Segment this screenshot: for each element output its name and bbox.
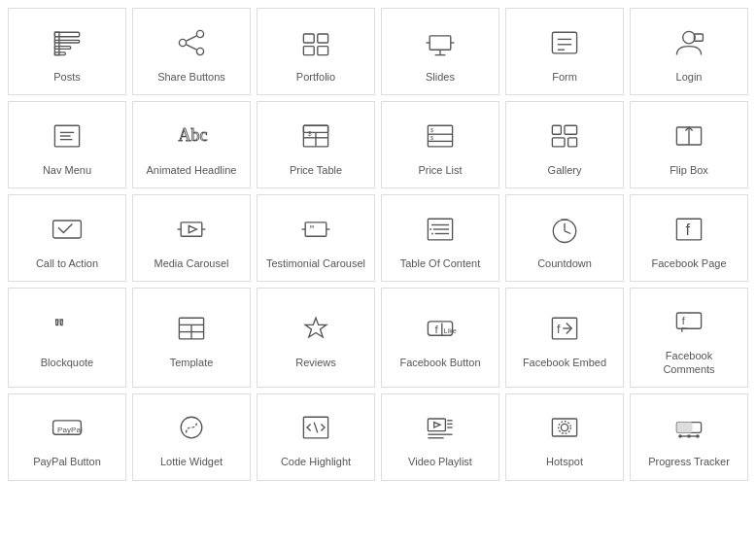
svg-text:$: $ — [430, 134, 433, 140]
svg-text:f: f — [435, 323, 439, 335]
svg-point-100 — [696, 435, 700, 439]
widget-item-blockquote[interactable]: "Blockquote — [8, 288, 126, 388]
widget-item-facebook-comments[interactable]: fFacebook Comments — [630, 288, 748, 388]
svg-text:PayPal: PayPal — [57, 426, 83, 434]
template-icon — [172, 309, 211, 348]
facebook-page-label: Facebook Page — [651, 256, 726, 270]
media-carousel-icon — [172, 210, 211, 249]
blockquote-label: Blockquote — [41, 356, 93, 369]
portfolio-label: Portfolio — [296, 70, 335, 84]
login-label: Login — [676, 70, 703, 84]
widget-item-login[interactable]: Login — [630, 8, 748, 95]
widget-item-facebook-embed[interactable]: fFacebook Embed — [505, 288, 624, 388]
svg-point-6 — [179, 39, 186, 46]
svg-text:Like: Like — [444, 326, 457, 335]
portfolio-icon — [296, 23, 335, 62]
svg-rect-96 — [676, 423, 692, 433]
slides-label: Slides — [426, 70, 455, 84]
svg-point-82 — [181, 418, 202, 439]
animated-headline-icon: Abc — [172, 117, 211, 155]
video-playlist-icon — [421, 408, 460, 447]
widget-item-media-carousel[interactable]: Media Carousel — [132, 194, 251, 282]
widget-item-progress-tracker[interactable]: Progress Tracker — [630, 393, 748, 481]
widget-item-hotspot[interactable]: Hotspot — [505, 393, 624, 481]
slides-icon — [421, 23, 460, 62]
widget-item-nav-menu[interactable]: Nav Menu — [8, 101, 126, 188]
svg-rect-41 — [568, 138, 577, 147]
widget-item-template[interactable]: Template — [132, 288, 251, 388]
widget-item-price-table[interactable]: $Price Table — [257, 101, 375, 188]
template-label: Template — [170, 356, 214, 369]
widget-item-form[interactable]: Form — [505, 8, 624, 95]
svg-text:f: f — [682, 315, 686, 326]
login-icon — [670, 23, 708, 62]
svg-line-61 — [565, 231, 570, 234]
progress-tracker-label: Progress Tracker — [648, 455, 730, 468]
svg-point-93 — [561, 425, 567, 431]
widget-item-reviews[interactable]: Reviews — [257, 288, 375, 388]
svg-line-84 — [314, 423, 318, 433]
widget-item-posts[interactable]: Posts — [8, 8, 126, 95]
animated-headline-label: Animated Headline — [147, 163, 237, 177]
svg-rect-45 — [181, 222, 202, 236]
widget-item-call-to-action[interactable]: Call to Action — [8, 194, 126, 282]
video-playlist-label: Video Playlist — [408, 455, 472, 468]
countdown-icon — [545, 210, 584, 249]
svg-point-5 — [196, 30, 203, 37]
widget-item-share-buttons[interactable]: Share Buttons — [132, 8, 251, 95]
widget-item-paypal-button[interactable]: PayPalPayPal Button — [8, 393, 126, 481]
widget-item-animated-headline[interactable]: AbcAnimated Headline — [132, 101, 251, 188]
progress-tracker-icon — [670, 408, 708, 447]
widget-item-slides[interactable]: Slides — [381, 8, 499, 95]
price-list-label: Price List — [418, 163, 462, 177]
widget-item-flip-box[interactable]: Flip Box — [630, 101, 748, 188]
flip-box-icon — [670, 117, 708, 155]
widget-item-video-playlist[interactable]: Video Playlist — [381, 393, 499, 481]
facebook-button-label: Facebook Button — [399, 356, 480, 369]
form-icon — [545, 23, 584, 62]
svg-point-58 — [431, 232, 433, 234]
svg-rect-1 — [54, 40, 79, 43]
svg-point-7 — [196, 48, 203, 54]
posts-icon — [48, 23, 86, 62]
svg-point-21 — [683, 31, 696, 44]
widget-item-testimonial-carousel[interactable]: "Testimonial Carousel — [257, 194, 375, 282]
svg-text:": " — [310, 222, 314, 236]
widget-item-facebook-button[interactable]: fLikeFacebook Button — [381, 288, 499, 388]
reviews-label: Reviews — [295, 356, 336, 369]
lottie-widget-icon — [172, 408, 211, 447]
svg-point-98 — [678, 435, 682, 439]
widget-item-portfolio[interactable]: Portfolio — [257, 8, 375, 95]
widget-item-gallery[interactable]: Gallery — [505, 101, 624, 188]
widget-item-price-list[interactable]: $$Price List — [381, 101, 499, 188]
price-table-label: Price Table — [290, 163, 342, 177]
svg-marker-86 — [434, 423, 440, 427]
svg-text:Abc: Abc — [179, 125, 208, 145]
svg-point-94 — [559, 422, 571, 434]
widget-item-countdown[interactable]: Countdown — [505, 194, 624, 282]
gallery-icon — [545, 117, 584, 155]
facebook-embed-label: Facebook Embed — [523, 356, 606, 369]
reviews-icon — [296, 309, 335, 348]
widget-item-table-of-content[interactable]: Table Of Content — [381, 194, 499, 282]
nav-menu-label: Nav Menu — [43, 163, 91, 177]
code-highlight-label: Code Highlight — [281, 455, 351, 468]
form-label: Form — [552, 70, 577, 84]
price-list-icon: $$ — [421, 117, 460, 155]
svg-text:$: $ — [308, 130, 312, 137]
facebook-button-icon: fLike — [421, 309, 460, 348]
widget-item-lottie-widget[interactable]: Lottie Widget — [132, 393, 251, 481]
price-table-icon: $ — [296, 117, 335, 155]
share-buttons-icon — [172, 23, 211, 62]
gallery-label: Gallery — [548, 163, 582, 177]
svg-rect-85 — [428, 419, 445, 431]
widget-item-facebook-page[interactable]: fFacebook Page — [630, 194, 748, 282]
svg-marker-46 — [189, 225, 196, 232]
svg-rect-49 — [305, 222, 326, 236]
svg-point-99 — [687, 435, 691, 439]
svg-rect-40 — [552, 138, 565, 147]
flip-box-label: Flip Box — [670, 163, 708, 177]
hotspot-icon — [545, 408, 584, 447]
countdown-label: Countdown — [537, 256, 592, 270]
widget-item-code-highlight[interactable]: Code Highlight — [257, 393, 375, 481]
